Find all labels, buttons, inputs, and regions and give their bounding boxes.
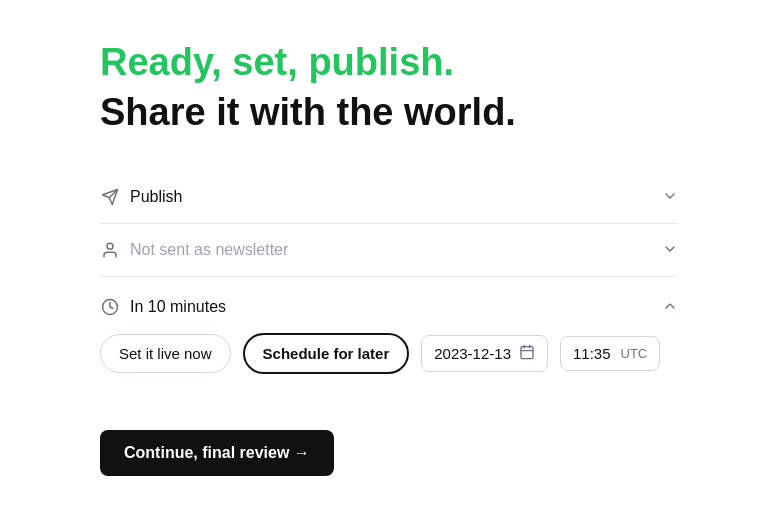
publish-section-row[interactable]: Publish — [100, 171, 678, 224]
schedule-for-later-button[interactable]: Schedule for later — [243, 333, 410, 374]
svg-point-2 — [107, 243, 113, 249]
set-live-now-button[interactable]: Set it live now — [100, 334, 231, 373]
time-value: 11:35 — [573, 345, 611, 362]
newsletter-icon — [100, 240, 120, 260]
timezone-label: UTC — [621, 346, 648, 361]
headline-green: Ready, set, publish. — [100, 40, 678, 86]
date-input[interactable]: 2023-12-13 — [421, 335, 548, 372]
schedule-header-left: In 10 minutes — [100, 297, 226, 317]
publish-label: Publish — [130, 188, 182, 206]
publish-icon — [100, 187, 120, 207]
newsletter-label: Not sent as newsletter — [130, 241, 288, 259]
continue-button[interactable]: Continue, final review → — [100, 430, 334, 476]
schedule-chevron-icon — [662, 298, 678, 317]
svg-rect-4 — [521, 347, 533, 359]
schedule-clock-icon — [100, 297, 120, 317]
schedule-label: In 10 minutes — [130, 298, 226, 316]
publish-chevron-icon — [662, 188, 678, 207]
newsletter-section-row[interactable]: Not sent as newsletter — [100, 224, 678, 277]
schedule-header: In 10 minutes — [100, 297, 678, 317]
newsletter-chevron-icon — [662, 241, 678, 260]
schedule-controls: Set it live now Schedule for later 2023-… — [100, 333, 678, 374]
main-container: Ready, set, publish. Share it with the w… — [0, 0, 778, 516]
headline-black: Share it with the world. — [100, 90, 678, 136]
schedule-section: In 10 minutes Set it live now Schedule f… — [100, 277, 678, 382]
date-value: 2023-12-13 — [434, 345, 511, 362]
time-input[interactable]: 11:35 UTC — [560, 336, 660, 371]
calendar-icon — [519, 344, 535, 363]
